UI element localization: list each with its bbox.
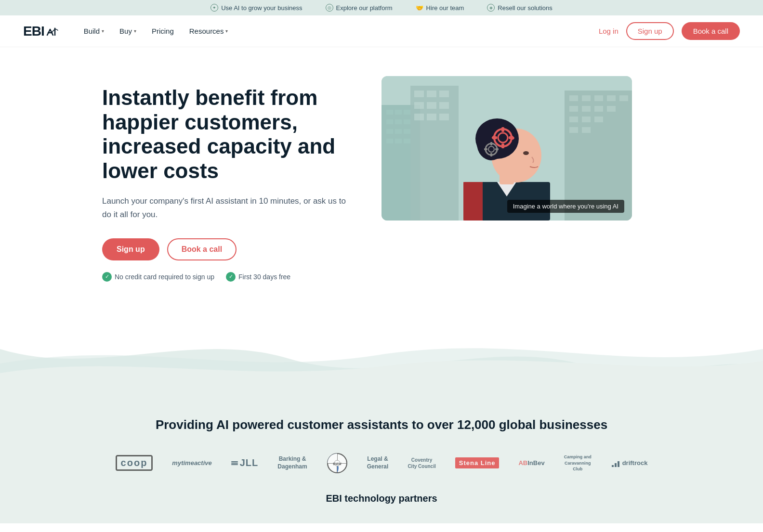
check-icon-no-cc: ✓	[102, 272, 112, 282]
svg-rect-7	[386, 110, 393, 115]
buy-chevron-icon: ▾	[134, 28, 136, 34]
svg-rect-33	[607, 95, 616, 101]
svg-text:BMW: BMW	[333, 462, 342, 466]
logo[interactable]: EBI	[23, 24, 59, 39]
driftrock-icon	[611, 458, 620, 468]
svg-rect-25	[439, 102, 449, 109]
partner-bmw: BMW	[327, 453, 348, 474]
svg-rect-14	[395, 129, 402, 134]
svg-rect-21	[427, 91, 436, 97]
svg-rect-34	[619, 95, 628, 101]
svg-rect-17	[395, 139, 402, 143]
check-icon-free-trial: ✓	[226, 272, 236, 282]
svg-rect-66	[495, 148, 499, 150]
wave-section	[0, 330, 763, 388]
hire-icon: 🤝	[416, 4, 423, 12]
partner-abinbev: ABInBev	[518, 459, 544, 467]
partners-tech-title: EBI technology partners	[23, 493, 740, 504]
svg-rect-9	[404, 110, 410, 115]
hero-signup-button[interactable]: Sign up	[102, 238, 159, 260]
svg-rect-32	[594, 95, 603, 101]
svg-rect-28	[439, 114, 449, 120]
svg-rect-18	[404, 139, 410, 143]
banner-hire-label: Hire our team	[426, 4, 464, 12]
logo-text: EBI	[23, 24, 44, 39]
hero-book-call-button[interactable]: Book a call	[167, 238, 237, 260]
svg-rect-30	[569, 95, 578, 101]
banner-item-resell: ◈ Resell our solutions	[487, 4, 552, 12]
partners-section: Providing AI powered customer assistants…	[0, 388, 763, 523]
hero-badge-free-trial: ✓ First 30 days free	[226, 272, 290, 282]
svg-rect-12	[404, 119, 410, 124]
svg-rect-10	[386, 119, 393, 124]
hero-subtitle: Launch your company's first AI assistant…	[102, 195, 353, 221]
partner-coop: coop	[116, 455, 153, 471]
svg-rect-8	[395, 110, 402, 115]
book-call-nav-button[interactable]: Book a call	[682, 22, 740, 40]
svg-rect-38	[607, 106, 616, 112]
banner-item-explore: ◎ Explore our platform	[326, 4, 393, 12]
nav-pricing[interactable]: Pricing	[146, 23, 180, 39]
resell-icon: ◈	[487, 4, 495, 12]
navbar: EBI Build ▾ Buy ▾ Pricing Resources	[0, 15, 763, 47]
svg-rect-63	[490, 142, 492, 145]
nav-buy[interactable]: Buy ▾	[114, 23, 142, 39]
svg-rect-20	[414, 91, 424, 97]
svg-rect-22	[439, 91, 449, 97]
svg-rect-64	[490, 153, 492, 156]
svg-rect-65	[484, 148, 487, 150]
bmw-logo-icon: BMW	[327, 453, 348, 474]
hero-right: Imagine a world where you're using AI	[382, 76, 632, 221]
explore-icon: ◎	[326, 4, 333, 12]
banner-explore-label: Explore our platform	[336, 4, 393, 12]
hero-section: Instantly benefit from happier customers…	[44, 47, 719, 301]
svg-rect-37	[594, 106, 603, 112]
svg-rect-46	[463, 182, 483, 221]
svg-rect-23	[414, 102, 424, 109]
hero-buttons: Sign up Book a call	[102, 238, 353, 260]
use-ai-icon: ✦	[210, 4, 218, 12]
svg-rect-40	[582, 117, 591, 122]
banner-item-hire: 🤝 Hire our team	[416, 4, 464, 12]
svg-rect-43	[582, 127, 591, 133]
svg-rect-56	[501, 143, 504, 148]
top-banner: ✦ Use AI to grow your business ◎ Explore…	[0, 0, 763, 15]
wave-separator	[0, 330, 763, 388]
build-chevron-icon: ▾	[102, 28, 104, 34]
badge-free-trial-label: First 30 days free	[238, 273, 290, 281]
svg-point-67	[523, 151, 529, 155]
svg-rect-11	[395, 119, 402, 124]
partner-mytimeactive: mytimeactive	[172, 459, 211, 467]
logo-ai-icon	[45, 26, 59, 37]
svg-rect-35	[569, 106, 578, 112]
svg-point-4	[54, 27, 55, 29]
nav-actions: Log in Sign up Book a call	[599, 22, 740, 40]
partner-barking: Barking &Dagenham	[277, 455, 307, 470]
login-button[interactable]: Log in	[599, 27, 618, 35]
svg-rect-24	[427, 102, 436, 109]
svg-rect-42	[569, 127, 578, 133]
banner-item-use-ai: ✦ Use AI to grow your business	[210, 4, 302, 12]
svg-rect-39	[569, 117, 578, 122]
signup-button[interactable]: Sign up	[626, 22, 674, 40]
partner-camping: Camping andCaravanningClub	[564, 454, 592, 472]
svg-rect-15	[404, 129, 410, 134]
svg-rect-31	[582, 95, 591, 101]
partner-coventry: CoventryCity Council	[408, 457, 435, 469]
partner-driftrock: driftrock	[611, 458, 648, 468]
banner-resell-label: Resell our solutions	[498, 4, 552, 12]
partners-logos: coop mytimeactive JLL Barking &Dagenham	[23, 453, 740, 474]
hero-image: Imagine a world where you're using AI	[382, 76, 632, 221]
svg-rect-55	[501, 127, 504, 132]
hero-image-caption: Imagine a world where you're using AI	[507, 200, 624, 213]
svg-rect-41	[594, 117, 603, 122]
banner-use-ai-label: Use AI to grow your business	[221, 4, 302, 12]
partner-stena: Stena Line	[455, 457, 500, 468]
nav-resources[interactable]: Resources ▾	[184, 23, 234, 39]
svg-rect-75	[615, 463, 617, 467]
svg-rect-27	[427, 114, 436, 120]
partners-title: Providing AI powered customer assistants…	[23, 416, 740, 433]
nav-build[interactable]: Build ▾	[78, 23, 110, 39]
svg-rect-76	[618, 461, 619, 467]
svg-rect-36	[582, 106, 591, 112]
